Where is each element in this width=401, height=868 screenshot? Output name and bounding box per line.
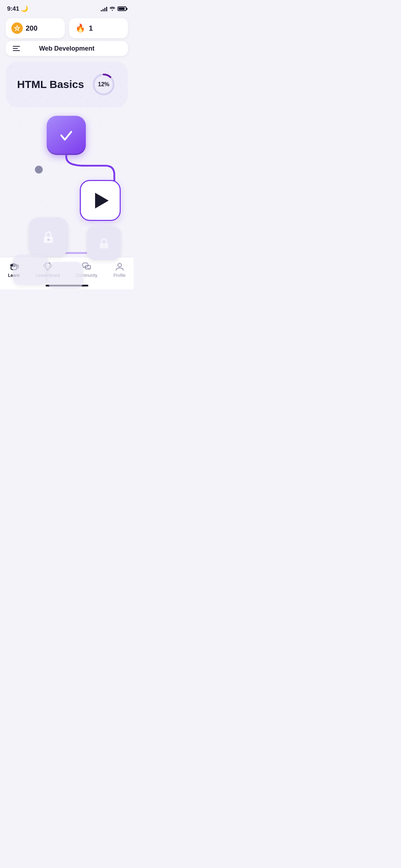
status-icons [101, 6, 126, 12]
course-title: Web Development [21, 45, 112, 52]
module-title: HTML Basics [17, 78, 84, 91]
fire-icon: 🔥 [75, 22, 86, 34]
coins-value: 200 [26, 24, 37, 32]
stats-bar: </> 200 🔥 1 [6, 18, 128, 38]
progress-percent: 12% [98, 81, 109, 88]
streak-value: 1 [89, 24, 93, 32]
coins-card: </> 200 [6, 18, 65, 38]
lesson-node-5[interactable] [13, 255, 48, 285]
wifi-icon [109, 6, 115, 12]
svg-rect-6 [100, 243, 108, 248]
svg-text:</>: </> [15, 27, 19, 30]
progress-card[interactable]: HTML Basics 12% [6, 62, 128, 107]
menu-button[interactable] [11, 45, 21, 52]
moon-icon: 🌙 [21, 5, 28, 12]
streak-card: 🔥 1 [69, 18, 128, 38]
nav-item-profile[interactable]: Profile [108, 260, 131, 279]
svg-point-14 [118, 263, 121, 267]
progress-indicator [35, 166, 43, 174]
learning-path: A [6, 116, 128, 269]
status-bar: 9:41 🌙 [0, 0, 134, 15]
lesson-node-3[interactable] [29, 217, 68, 257]
lesson-node-2[interactable] [80, 180, 121, 221]
time-display: 9:41 [7, 5, 19, 12]
signal-icon [101, 6, 107, 11]
lesson-node-6[interactable] [48, 262, 83, 289]
progress-circle: 12% [91, 72, 116, 97]
profile-icon [115, 262, 125, 272]
battery-icon [118, 6, 126, 11]
svg-point-5 [47, 239, 50, 241]
lesson-node-4[interactable] [87, 226, 121, 260]
lesson-node-1[interactable] [47, 116, 86, 155]
main-content: HTML Basics 12% [0, 56, 134, 275]
profile-label: Profile [114, 273, 126, 278]
status-time: 9:41 🌙 [7, 5, 28, 12]
coin-icon: </> [11, 22, 23, 34]
course-header: Web Development [6, 41, 128, 56]
play-icon [95, 193, 109, 208]
